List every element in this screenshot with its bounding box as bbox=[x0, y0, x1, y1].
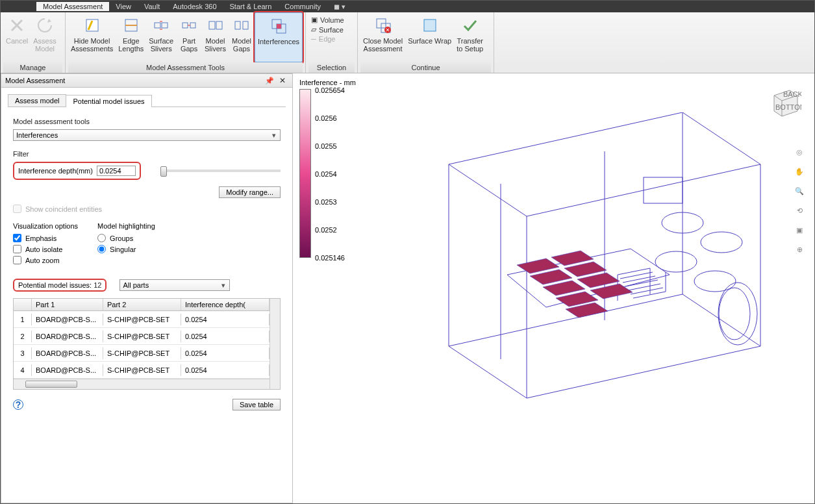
close-model-assessment-button[interactable]: Close Model Assessment bbox=[360, 12, 405, 62]
col-depth[interactable]: Interference depth( bbox=[181, 299, 270, 310]
model-gaps-button[interactable]: Model Gaps bbox=[229, 12, 255, 62]
tab-assess-model[interactable]: Assess model bbox=[8, 94, 66, 107]
auto-zoom-checkbox[interactable] bbox=[13, 256, 21, 264]
zoom-icon[interactable]: 🔍 bbox=[792, 184, 807, 198]
surface-wrap-button[interactable]: Surface Wrap bbox=[405, 12, 454, 62]
all-parts-value: All parts bbox=[123, 281, 149, 289]
table-row[interactable]: 4BOARD@PCB-S...S-CHIP@PCB-SET0.0254 bbox=[14, 362, 270, 379]
close-model-icon bbox=[373, 15, 394, 36]
menu-community[interactable]: Community bbox=[278, 2, 327, 11]
legend-tick: 0.0253 bbox=[315, 198, 345, 206]
depth-slider[interactable] bbox=[160, 170, 281, 172]
svg-point-22 bbox=[719, 288, 750, 340]
svg-rect-23 bbox=[644, 177, 683, 203]
cancel-icon bbox=[6, 15, 27, 36]
volume-label: Volume bbox=[320, 16, 344, 24]
svg-point-18 bbox=[701, 232, 742, 253]
model-gaps-label: Model Gaps bbox=[232, 37, 251, 53]
depth-input[interactable] bbox=[97, 166, 136, 176]
legend-tick: 0.0255 bbox=[315, 142, 345, 150]
viewcube[interactable]: BACK BOTTOM bbox=[768, 84, 801, 118]
edge-lengths-button[interactable]: Edge Lengths bbox=[116, 12, 146, 62]
show-coincident-label: Show coincident entities bbox=[25, 205, 102, 213]
edge-label: Edge bbox=[319, 35, 336, 43]
svg-rect-12 bbox=[277, 24, 281, 29]
h-scrollbar[interactable] bbox=[14, 379, 270, 389]
groups-radio[interactable] bbox=[97, 234, 106, 242]
legend-tick: 0.025146 bbox=[315, 254, 345, 262]
part-gaps-button[interactable]: Part Gaps bbox=[176, 12, 202, 62]
menu-model-assessment[interactable]: Model Assessment bbox=[36, 2, 109, 11]
viewport[interactable]: Interference - mm 0.0256540.02560.02550.… bbox=[293, 73, 814, 503]
orbit-icon[interactable]: ⟲ bbox=[792, 203, 807, 218]
all-parts-dropdown[interactable]: All parts bbox=[119, 279, 230, 291]
col-index[interactable] bbox=[14, 299, 32, 310]
v-scrollbar[interactable] bbox=[270, 299, 280, 389]
auto-isolate-checkbox[interactable] bbox=[13, 245, 21, 253]
model-slivers-label: Model Slivers bbox=[205, 37, 226, 53]
show-coincident-checkbox bbox=[13, 205, 21, 213]
table-row[interactable]: 2BOARD@PCB-S...S-CHIP@PCB-SET0.0254 bbox=[14, 328, 270, 345]
model-wireframe bbox=[371, 112, 773, 476]
emphasis-label: Emphasis bbox=[25, 234, 56, 242]
menu-start-learn[interactable]: Start & Learn bbox=[223, 2, 279, 11]
panel-title: Model Assessment bbox=[5, 77, 65, 84]
tab-potential-issues[interactable]: Potential model issues bbox=[66, 95, 151, 107]
tool-dropdown[interactable]: Interferences bbox=[13, 129, 281, 141]
surface-label: Surface bbox=[319, 26, 344, 34]
legend-title: Interference - mm bbox=[299, 79, 356, 86]
viz-options-label: Visualization options bbox=[13, 222, 78, 230]
surface-slivers-button[interactable]: Surface Slivers bbox=[146, 12, 176, 62]
steering-wheel-icon[interactable]: ◎ bbox=[792, 145, 807, 159]
assess-label: Assess Model bbox=[33, 37, 56, 53]
model-assessment-panel: Model Assessment 📌 ✕ Assess model Potent… bbox=[1, 73, 293, 503]
continue-group-label: Continue bbox=[360, 62, 491, 73]
interferences-icon bbox=[268, 16, 289, 36]
cancel-label: Cancel bbox=[6, 37, 28, 45]
cancel-button: Cancel bbox=[3, 12, 31, 62]
model-slivers-icon bbox=[205, 15, 226, 36]
table-header: Part 1 Part 2 Interference depth( bbox=[14, 299, 270, 311]
more-nav-icon[interactable]: ⊕ bbox=[792, 242, 807, 257]
singular-radio[interactable] bbox=[97, 245, 106, 253]
svg-rect-3 bbox=[162, 23, 168, 28]
save-table-button[interactable]: Save table bbox=[232, 399, 281, 410]
table-row[interactable]: 1BOARD@PCB-S...S-CHIP@PCB-SET0.0254 bbox=[14, 311, 270, 328]
legend-tick: 0.025654 bbox=[315, 86, 345, 94]
help-icon[interactable]: ? bbox=[13, 399, 23, 410]
modify-range-button[interactable]: Modify range... bbox=[219, 186, 281, 198]
hide-assessments-button[interactable]: Hide Model Assessments bbox=[68, 12, 116, 62]
interferences-button[interactable]: Interferences bbox=[255, 12, 303, 62]
surface-wrap-label: Surface Wrap bbox=[408, 37, 451, 45]
model-slivers-button[interactable]: Model Slivers bbox=[202, 12, 229, 62]
transfer-setup-button[interactable]: Transfer to Setup bbox=[454, 12, 486, 62]
emphasis-checkbox[interactable] bbox=[13, 234, 21, 242]
svg-rect-2 bbox=[155, 23, 160, 28]
pin-icon[interactable]: 📌 bbox=[262, 77, 277, 85]
svg-text:BACK: BACK bbox=[783, 90, 801, 98]
issues-table: Part 1 Part 2 Interference depth( 1BOARD… bbox=[13, 298, 281, 390]
col-part1[interactable]: Part 1 bbox=[32, 299, 103, 310]
tools-group-label: Model Assessment Tools bbox=[68, 62, 303, 73]
menu-vault[interactable]: Vault bbox=[138, 2, 166, 11]
col-part2[interactable]: Part 2 bbox=[103, 299, 181, 310]
surface-select[interactable]: ▱Surface bbox=[308, 25, 355, 34]
part-gaps-label: Part Gaps bbox=[181, 37, 197, 53]
menu-overflow-icon[interactable]: ◼ ▾ bbox=[334, 3, 345, 11]
auto-zoom-label: Auto zoom bbox=[25, 257, 60, 264]
menu-autodesk360[interactable]: Autodesk 360 bbox=[166, 2, 223, 11]
depth-label: Interference depth(mm) bbox=[18, 167, 93, 175]
table-row[interactable]: 3BOARD@PCB-S...S-CHIP@PCB-SET0.0254 bbox=[14, 345, 270, 362]
svg-rect-9 bbox=[243, 21, 248, 29]
lookat-icon[interactable]: ▣ bbox=[792, 223, 807, 237]
pan-icon[interactable]: ✋ bbox=[792, 164, 807, 179]
depth-filter-highlight: Interference depth(mm) bbox=[13, 162, 141, 180]
transfer-label: Transfer to Setup bbox=[457, 37, 483, 53]
surface-icon: ▱ bbox=[311, 25, 316, 34]
volume-select[interactable]: ▣Volume bbox=[308, 15, 355, 25]
close-panel-icon[interactable]: ✕ bbox=[277, 76, 288, 85]
refresh-icon bbox=[34, 15, 55, 36]
tool-dropdown-value: Interferences bbox=[16, 131, 58, 139]
hide-label: Hide Model Assessments bbox=[71, 37, 113, 53]
menu-view[interactable]: View bbox=[109, 2, 138, 11]
